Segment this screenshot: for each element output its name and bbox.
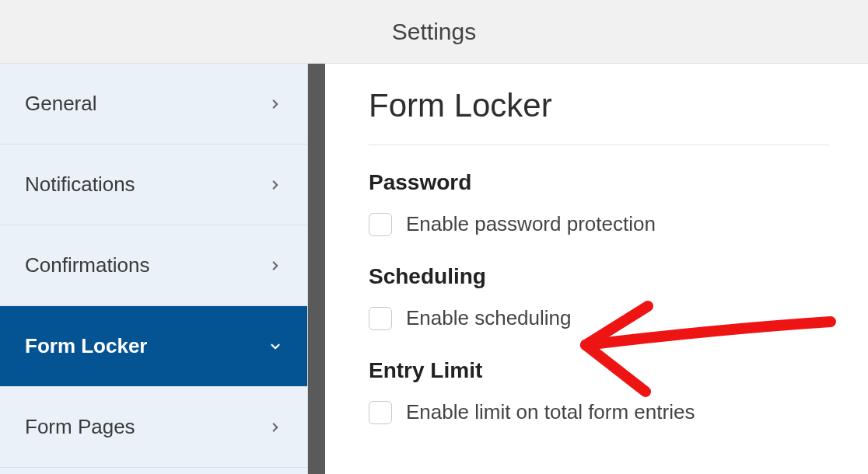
- chevron-down-icon: [268, 340, 282, 354]
- checkbox-row-entry-limit[interactable]: Enable limit on total form entries: [369, 400, 829, 424]
- sidebar-item-form-locker[interactable]: Form Locker: [0, 306, 307, 387]
- checkbox-enable-entry-limit[interactable]: [369, 401, 392, 424]
- checkbox-row-scheduling[interactable]: Enable scheduling: [369, 306, 829, 330]
- section-scheduling: Scheduling Enable scheduling: [369, 264, 829, 330]
- checkbox-label: Enable limit on total form entries: [406, 400, 695, 424]
- divider-strip: [308, 64, 325, 474]
- header-bar: Settings: [0, 0, 868, 64]
- sidebar-item-label: General: [25, 92, 268, 116]
- sidebar-item-label: Form Pages: [25, 415, 268, 439]
- sidebar-item-confirmations[interactable]: Confirmations: [0, 225, 307, 306]
- sidebar-item-general[interactable]: General: [0, 64, 307, 145]
- checkbox-enable-password[interactable]: [369, 213, 392, 236]
- sidebar-item-label: Confirmations: [25, 253, 268, 277]
- checkbox-enable-scheduling[interactable]: [369, 307, 392, 330]
- chevron-right-icon: [268, 259, 282, 273]
- chevron-right-icon: [268, 178, 282, 192]
- page-title: Settings: [392, 19, 476, 45]
- section-entry-limit: Entry Limit Enable limit on total form e…: [369, 358, 829, 424]
- sidebar-item-form-pages[interactable]: Form Pages: [0, 387, 307, 468]
- section-heading: Password: [369, 170, 829, 195]
- checkbox-label: Enable password protection: [406, 212, 656, 236]
- chevron-right-icon: [268, 97, 282, 111]
- sidebar-item-label: Form Locker: [25, 334, 268, 358]
- settings-sidebar: General Notifications Confirmations Form…: [0, 64, 308, 474]
- section-password: Password Enable password protection: [369, 170, 829, 236]
- sidebar-item-label: Notifications: [25, 173, 268, 197]
- content-panel: Form Locker Password Enable password pro…: [325, 64, 868, 474]
- section-heading: Entry Limit: [369, 358, 829, 383]
- chevron-right-icon: [268, 420, 282, 434]
- sidebar-item-notifications[interactable]: Notifications: [0, 145, 307, 225]
- main-layout: General Notifications Confirmations Form…: [0, 64, 868, 474]
- content-title: Form Locker: [369, 87, 829, 145]
- section-heading: Scheduling: [369, 264, 829, 289]
- checkbox-label: Enable scheduling: [406, 306, 572, 330]
- checkbox-row-password[interactable]: Enable password protection: [369, 212, 829, 236]
